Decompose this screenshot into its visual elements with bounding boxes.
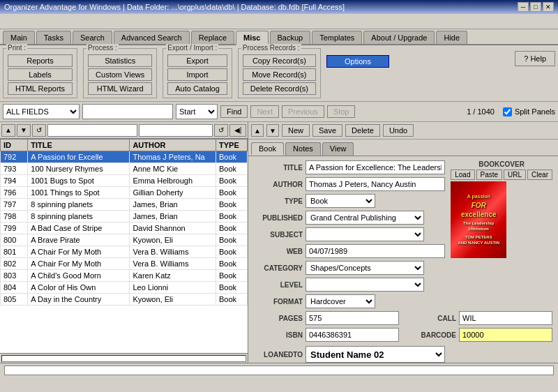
refresh-btn2[interactable]: ↺ — [214, 124, 228, 137]
author-field[interactable] — [306, 177, 445, 191]
nav-up-button[interactable]: ▲ — [251, 124, 264, 137]
save-button[interactable]: Save — [312, 124, 342, 137]
process-records-label: Process Records : — [241, 44, 301, 52]
type-select[interactable]: Book Magazine DVD — [306, 194, 375, 208]
table-row[interactable]: 7978 spinning planetsJames, BrianBook — [1, 199, 248, 211]
nav-down-button[interactable]: ▼ — [266, 124, 279, 137]
searchbar: ALL FIELDS TITLE AUTHOR TYPE Start Conta… — [0, 102, 558, 122]
tabbar: Main Tasks Search Advanced Search Replac… — [0, 29, 558, 45]
refresh-btn[interactable]: ↺ — [32, 124, 46, 137]
undo-button[interactable]: Undo — [383, 124, 414, 137]
next-button[interactable]: Next — [250, 105, 279, 118]
tab-backup[interactable]: Backup — [270, 31, 311, 44]
tab-about-upgrade[interactable]: About / Upgrade — [363, 31, 435, 44]
reports-button[interactable]: Reports — [8, 54, 73, 67]
new-button[interactable]: New — [282, 124, 310, 137]
stop-button[interactable]: Stop — [327, 105, 356, 118]
table-row[interactable]: 793100 Nursery RhymesAnne MC KieBook — [1, 163, 248, 175]
table-container: ID TITLE AUTHOR TYPE 792A Passion for Ex… — [0, 139, 248, 353]
subject-row: SUBJECT — [254, 227, 445, 241]
delete-records-button[interactable]: Delete Record(s) — [243, 82, 316, 95]
maximize-button[interactable]: □ — [530, 2, 541, 12]
detail-tab-notes[interactable]: Notes — [285, 142, 321, 156]
minimize-button[interactable]: ─ — [518, 2, 529, 12]
import-button[interactable]: Import — [167, 68, 227, 81]
cell-type: Book — [216, 151, 248, 163]
table-row[interactable]: 803A Child's Good MornKaren KatzBook — [1, 270, 248, 282]
category-label: CATEGORY — [254, 264, 303, 272]
tab-templates[interactable]: Templates — [312, 31, 362, 44]
table-row[interactable]: 792A Passion for ExcelleThomas J Peters,… — [1, 151, 248, 163]
category-select[interactable]: Shapes/Concepts Fiction Non-Fiction — [306, 261, 424, 275]
subject-select[interactable] — [306, 227, 424, 241]
web-field[interactable] — [306, 244, 445, 258]
cell-type: Book — [216, 175, 248, 187]
id-sort-desc[interactable]: ▼ — [17, 124, 31, 137]
level-label: LEVEL — [254, 281, 303, 289]
copy-records-button[interactable]: Copy Record(s) — [243, 54, 316, 67]
tab-replace[interactable]: Replace — [191, 31, 234, 44]
html-reports-button[interactable]: HTML Reports — [8, 82, 73, 95]
detail-tab-book[interactable]: Book — [251, 142, 284, 156]
table-row[interactable]: 805A Day in the CountryKyowon, EliBook — [1, 294, 248, 306]
url-button[interactable]: URL — [504, 169, 526, 180]
tab-main[interactable]: Main — [3, 31, 35, 44]
previous-button[interactable]: Previous — [282, 105, 324, 118]
tab-search[interactable]: Search — [73, 31, 112, 44]
status-scroll[interactable] — [4, 365, 554, 375]
id-sort-asc[interactable]: ▲ — [1, 124, 15, 137]
start-select[interactable]: Start Contains Exact — [176, 104, 218, 119]
tab-misc[interactable]: Misc — [236, 31, 268, 45]
clear-button[interactable]: Clear — [527, 169, 552, 180]
close-button[interactable]: ✕ — [543, 2, 554, 12]
list-filter-input[interactable] — [47, 124, 137, 137]
help-button[interactable]: ? Help — [515, 51, 555, 66]
published-select[interactable]: Grand Central Publishing Other — [306, 211, 424, 225]
process-label: Process : — [86, 44, 119, 52]
tab-tasks[interactable]: Tasks — [36, 31, 71, 44]
tab-hide[interactable]: Hide — [436, 31, 467, 44]
detail-panel: ▲ ▼ New Save Delete Undo Book Notes View… — [248, 122, 558, 363]
list-filter-input2[interactable] — [139, 124, 213, 137]
format-select[interactable]: Hardcover Paperback eBook — [306, 294, 375, 308]
tab-advanced-search[interactable]: Advanced Search — [114, 31, 190, 44]
col-type: TYPE — [216, 140, 248, 151]
html-wizard-button[interactable]: HTML Wizard — [88, 82, 152, 95]
table-row[interactable]: 804A Color of His OwnLeo LionniBook — [1, 282, 248, 294]
cell-type: Book — [216, 223, 248, 234]
table-row[interactable]: 7961001 Things to SpotGillian DohertyBoo… — [1, 187, 248, 199]
auto-catalog-button[interactable]: Auto Catalog — [167, 82, 227, 95]
pages-field[interactable] — [306, 311, 399, 325]
cell-type: Book — [216, 270, 248, 282]
detail-tab-view[interactable]: View — [322, 142, 354, 156]
load-button[interactable]: Load — [451, 169, 474, 180]
find-button[interactable]: Find — [220, 105, 248, 118]
first-btn[interactable]: ◀| — [229, 124, 246, 137]
paste-button[interactable]: Paste — [476, 169, 503, 180]
table-row[interactable]: 7988 spinning planetsJames, BrianBook — [1, 211, 248, 223]
cell-id: 800 — [1, 234, 28, 246]
table-row[interactable]: 800A Brave PirateKyowon, EliBook — [1, 234, 248, 246]
split-panels-checkbox[interactable] — [503, 107, 512, 116]
search-input[interactable] — [82, 104, 173, 119]
table-row[interactable]: 801A Chair For My MothVera B. WilliamsBo… — [1, 246, 248, 258]
call-field[interactable] — [459, 311, 552, 325]
table-row[interactable]: 799A Bad Case of StripeDavid ShannonBook — [1, 223, 248, 234]
loanedto-select[interactable]: Student Name 02 Student Name 01 Student … — [306, 346, 445, 363]
list-toolbar: ▲ ▼ ↺ ↺ ◀| — [0, 122, 248, 139]
move-records-button[interactable]: Move Record(s) — [243, 68, 316, 81]
export-button[interactable]: Export — [167, 54, 227, 67]
statistics-button[interactable]: Statistics — [88, 54, 152, 67]
table-row[interactable]: 7941001 Bugs to SpotEmma HelbroughBook — [1, 175, 248, 187]
barcode-field[interactable] — [459, 328, 552, 342]
field-select[interactable]: ALL FIELDS TITLE AUTHOR TYPE — [3, 104, 80, 119]
isbn-field[interactable] — [306, 328, 399, 342]
list-scrollbar[interactable] — [0, 353, 248, 363]
level-select[interactable] — [306, 278, 424, 292]
title-field[interactable] — [306, 160, 445, 174]
table-row[interactable]: 802A Chair For My MothVera B. WilliamsBo… — [1, 258, 248, 270]
options-button[interactable]: Options — [326, 55, 389, 68]
delete-button[interactable]: Delete — [345, 124, 380, 137]
custom-views-button[interactable]: Custom Views — [88, 68, 152, 81]
labels-button[interactable]: Labels — [8, 68, 73, 81]
